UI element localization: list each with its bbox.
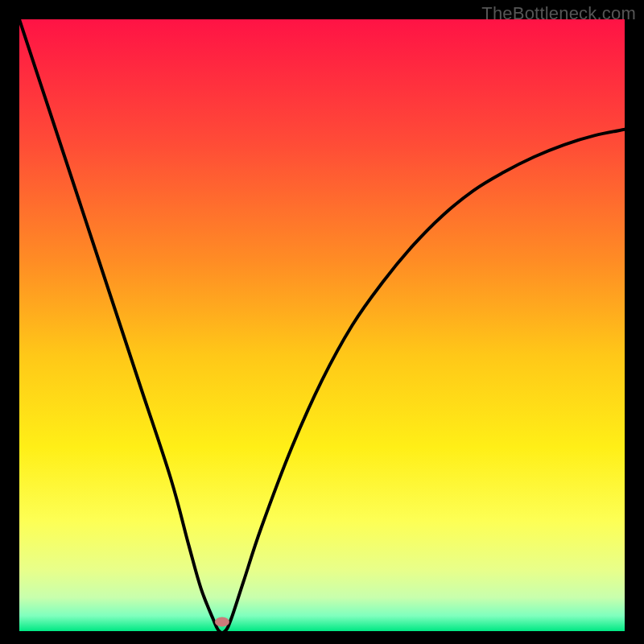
chart-frame: TheBottleneck.com xyxy=(0,0,644,644)
bottleneck-plot xyxy=(19,19,625,631)
plot-background xyxy=(19,19,625,631)
optimal-point-marker xyxy=(215,617,229,627)
